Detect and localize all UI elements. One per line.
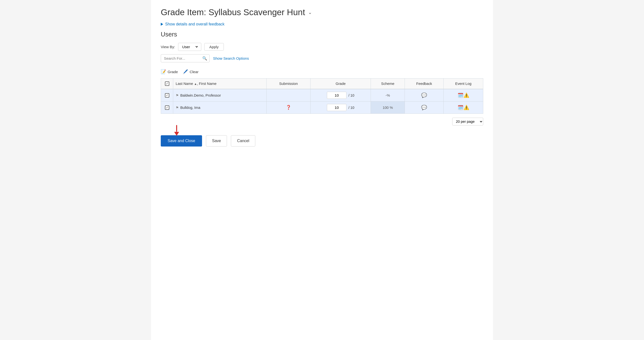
row2-checkbox[interactable] [165,105,169,110]
row2-flag-icon: ⚑ [176,106,179,110]
row1-grade-out-of: / 10 [348,93,354,97]
table-row: ⚑ Bulldog, Ima ❓ / 10 100 % [161,101,483,114]
header-scheme: Scheme [371,79,405,89]
row1-submission-cell [266,89,310,101]
view-by-select[interactable]: User Group Section [181,45,198,49]
search-row: 🔍 Show Search Options [161,54,483,62]
row2-grade-out-of: / 10 [348,106,354,110]
search-input-wrapper: 🔍 [161,54,210,62]
row1-checkbox[interactable] [165,93,169,98]
row1-grade-cell: / 10 [310,89,371,101]
show-details-link[interactable]: Show details and overall feedback [161,22,483,27]
grades-table: Last Name ▲, First Name Submission Grade… [161,78,483,114]
table-header-row: Last Name ▲, First Name Submission Grade… [161,79,483,89]
row2-event-log-cell[interactable]: 🗓️⚠️ [444,101,483,114]
row1-feedback-icon[interactable]: 💬 [421,93,427,98]
row2-submission-cell[interactable]: ❓ [266,101,310,114]
save-and-close-button[interactable]: Save and Close [161,135,202,146]
row2-grade-input[interactable] [327,104,346,111]
save-button[interactable]: Save [206,135,227,146]
header-checkbox-cell[interactable] [161,79,173,89]
expand-triangle-icon [161,23,163,26]
clear-button[interactable]: 🖊️ Clear [183,69,198,74]
page-title-area: Grade Item: Syllabus Scavenger Hunt ⌄ [161,7,483,17]
row1-checkbox-cell[interactable] [161,89,173,101]
row2-submission-icon[interactable]: ❓ [286,105,291,110]
row1-grade-wrapper: / 10 [313,92,368,99]
header-submission: Submission [266,79,310,89]
row1-event-log-cell[interactable]: 🗓️⚠️ [444,89,483,101]
row2-scheme-cell: 100 % [371,101,405,114]
users-section-title: Users [161,31,483,38]
row1-user-name: ⚑ Baldwin.Demo, Professor [176,93,264,97]
cancel-button[interactable]: Cancel [231,135,255,146]
per-page-select[interactable]: 20 per page 50 per page 100 per page [452,118,483,125]
show-details-label: Show details and overall feedback [165,22,224,27]
grade-icon: 📝 [161,69,166,74]
clear-icon: 🖊️ [183,69,188,74]
select-all-checkbox[interactable] [165,81,169,86]
row1-feedback-cell[interactable]: 💬 [405,89,444,101]
row2-grade-cell: / 10 [310,101,371,114]
grade-actions-row: 📝 Grade 🖊️ Clear [161,69,483,74]
header-feedback: Feedback [405,79,444,89]
page-title: Grade Item: Syllabus Scavenger Hunt [161,7,305,17]
row1-grade-input[interactable] [327,92,346,99]
apply-button[interactable]: Apply [204,43,224,51]
grade-button[interactable]: 📝 Grade [161,69,178,74]
grade-label: Grade [168,70,178,74]
row2-event-log-icon[interactable]: 🗓️⚠️ [458,105,469,110]
row2-feedback-icon[interactable]: 💬 [421,105,427,110]
row1-scheme-cell: -% [371,89,405,101]
row2-name-cell: ⚑ Bulldog, Ima [173,101,266,114]
header-event-log: Event Log [444,79,483,89]
clear-label: Clear [190,70,198,74]
row1-name: Baldwin.Demo, Professor [180,93,221,97]
row1-name-cell: ⚑ Baldwin.Demo, Professor [173,89,266,101]
view-by-select-wrapper[interactable]: User Group Section [178,43,201,51]
show-search-options-link[interactable]: Show Search Options [213,56,249,60]
arrow-indicator [174,125,179,136]
row2-checkbox-cell[interactable] [161,101,173,114]
row2-user-name: ⚑ Bulldog, Ima [176,106,264,110]
row1-scheme-value: -% [386,93,390,97]
search-icon: 🔍 [202,56,207,61]
row1-flag-icon: ⚑ [176,93,179,97]
row2-feedback-cell[interactable]: 💬 [405,101,444,114]
arrow-head [174,132,179,136]
bottom-actions: Save and Close Save Cancel [161,135,483,146]
view-by-controls: View By: User Group Section Apply [161,43,483,51]
pagination-row: 20 per page 50 per page 100 per page [161,118,483,125]
arrow-shaft [176,125,177,132]
row2-grade-wrapper: / 10 [313,104,368,111]
row2-name: Bulldog, Ima [180,106,200,110]
table-row: ⚑ Baldwin.Demo, Professor / 10 -% 💬 [161,89,483,101]
row2-scheme-value: 100 % [382,106,393,110]
header-grade: Grade [310,79,371,89]
view-by-label: View By: [161,45,175,49]
title-dropdown-icon[interactable]: ⌄ [308,10,312,15]
row1-event-log-icon[interactable]: 🗓️⚠️ [458,93,469,98]
header-name[interactable]: Last Name ▲, First Name [173,79,266,89]
